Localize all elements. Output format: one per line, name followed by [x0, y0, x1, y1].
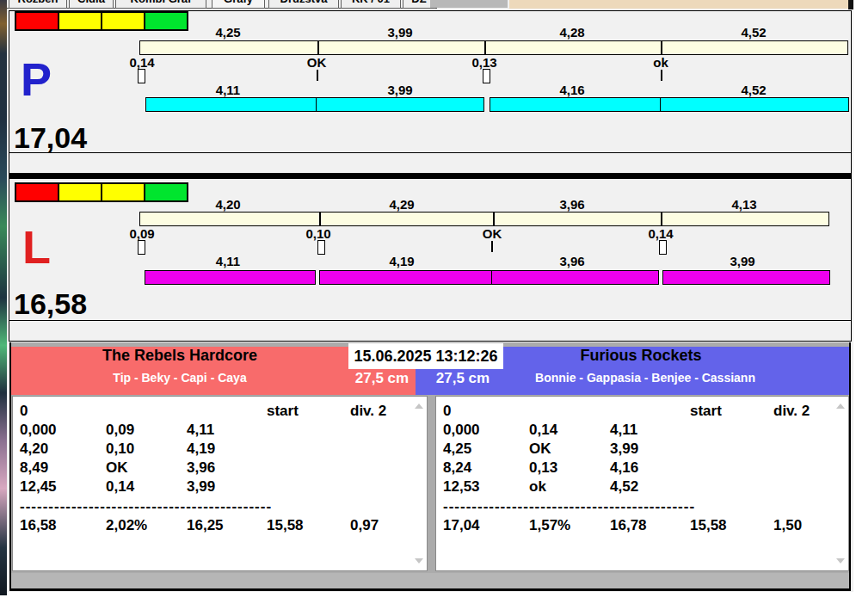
titlebar-strip-end	[848, 0, 853, 9]
tab-kk01[interactable]: KK / 01	[341, 0, 401, 9]
run-bar-segment	[145, 270, 316, 285]
tab-rozbeh[interactable]: Rozbeh	[9, 0, 67, 9]
start-time: 4,20	[20, 440, 48, 458]
split-time: 4,11	[610, 422, 637, 439]
tab-cidla[interactable]: Cidla	[69, 0, 114, 9]
pass-marker-label: OK	[282, 56, 351, 69]
loss-percent: 1,57%	[529, 517, 570, 534]
timestamp: 15.06.2025 13:12:26	[348, 343, 503, 369]
col-header-zero: 0	[443, 403, 451, 420]
totals-separator: ----------------------------------------…	[443, 498, 694, 515]
start-time: 8,24	[443, 459, 471, 477]
lane-panel-p: P 4,25 3,99 4,28 4,52 0,14 OK 0,13 ok 4,…	[9, 10, 852, 174]
run-bar-segment	[491, 270, 659, 285]
window-bottom-border	[11, 588, 849, 591]
interval-bar-p	[139, 40, 848, 55]
scroll-down-icon[interactable]	[836, 558, 845, 564]
pass-value: 0,10	[106, 440, 134, 458]
lane-total-p: 17,04	[14, 123, 87, 152]
start-total: 15,58	[690, 517, 727, 534]
interval-label: 4,29	[359, 198, 445, 211]
run-bar-segment	[145, 97, 317, 112]
scoreboard-section: The Rebels Hardcore Tip - Beky - Capi - …	[9, 342, 851, 591]
split-label: 3,99	[699, 255, 785, 268]
pass-value: 0,09	[106, 422, 134, 439]
traffic-lights-p	[15, 11, 188, 31]
team-name-left: The Rebels Hardcore	[11, 347, 348, 365]
interval-bar-l	[139, 212, 829, 226]
split-label: 4,19	[359, 255, 445, 268]
tab-kombi-graf[interactable]: Kombi Graf	[115, 0, 206, 9]
start-time: 0,000	[20, 422, 57, 439]
pass-value: 0,14	[529, 422, 557, 439]
results-table-right: 0 start div. 2 0,000 0,14 4,11 4,25 OK 3…	[435, 396, 849, 571]
clean-time: 16,78	[610, 517, 647, 534]
interval-label: 4,25	[185, 26, 271, 39]
interval-label: 4,28	[529, 26, 615, 39]
col-header-start: start	[267, 403, 299, 420]
split-label: 4,11	[185, 83, 271, 96]
start-time: 12,53	[443, 478, 480, 496]
split-time: 4,16	[610, 459, 638, 477]
ok-tick-marker-icon	[491, 241, 493, 252]
results-table-left: 0 start div. 2 0,000 0,09 4,11 4,20 0,10…	[12, 396, 428, 571]
interval-label: 4,20	[185, 198, 271, 211]
divider-line	[9, 152, 851, 153]
tab-druzstva[interactable]: Družstva	[268, 0, 339, 9]
split-time: 4,11	[187, 422, 214, 439]
interval-label: 3,99	[357, 26, 443, 39]
traffic-light-yellow2-icon	[101, 11, 145, 31]
status-bar	[11, 573, 849, 588]
run-bar-segment	[662, 270, 830, 285]
jump-height-left: 27,5 cm	[344, 370, 420, 387]
team-dogs-left: Tip - Beky - Capi - Caya	[11, 371, 348, 385]
team-name-right: Furious Rockets	[503, 347, 779, 365]
lane-total-l: 16,58	[14, 289, 87, 318]
fault-box-marker-icon	[138, 69, 145, 83]
scroll-down-icon[interactable]	[415, 558, 423, 564]
divider-line	[9, 320, 851, 321]
scroll-up-icon[interactable]	[836, 403, 845, 409]
pass-value: OK	[106, 459, 128, 477]
pass-marker-label: 0,14	[626, 227, 695, 240]
interval-label: 4,13	[701, 198, 787, 211]
total-time: 16,58	[20, 517, 57, 534]
tab-grafy[interactable]: Grafy	[212, 0, 265, 9]
pass-marker-label: 0,14	[108, 56, 176, 69]
fault-box-marker-icon	[317, 240, 325, 255]
jump-height-right: 27,5 cm	[428, 370, 497, 387]
interval-label: 4,52	[711, 26, 797, 39]
traffic-light-red-icon	[15, 11, 59, 31]
lane-panel-l: L 4,20 4,29 3,96 4,13 0,09 0,10 OK 0,14 …	[9, 178, 852, 342]
ok-tick-marker-icon	[661, 70, 662, 81]
titlebar-strip	[509, 0, 848, 9]
pass-marker-label: 0,09	[108, 227, 176, 240]
clean-time: 16,25	[187, 517, 224, 534]
team-dogs-right: Bonnie - Gappasia - Benjee - Cassiann	[503, 371, 787, 385]
traffic-lights-l	[15, 182, 188, 202]
pass-value: ok	[529, 478, 546, 496]
col-header-div: div. 2	[350, 403, 386, 420]
toolbar-remnant	[430, 0, 508, 8]
start-time: 12,45	[20, 478, 57, 496]
col-header-start: start	[690, 403, 722, 420]
run-bar-segment	[319, 270, 493, 285]
traffic-light-green-icon	[144, 182, 188, 202]
div-total: 0,97	[350, 517, 379, 534]
lane-letter-p: P	[21, 59, 52, 100]
split-label: 4,52	[711, 83, 797, 96]
main-window: Rozbeh Cidla Kombi Graf Grafy Družstva K…	[7, 0, 853, 592]
scroll-up-icon[interactable]	[415, 403, 423, 409]
split-label: 3,99	[357, 83, 443, 96]
ok-tick-marker-icon	[317, 70, 318, 81]
split-time: 3,99	[187, 478, 215, 496]
app-window: Rozbeh Cidla Kombi Graf Grafy Družstva K…	[0, 0, 856, 616]
loss-percent: 2,02%	[106, 517, 147, 534]
lane-letter-l: L	[22, 226, 51, 268]
run-bar-segment	[660, 97, 849, 112]
split-time: 4,19	[187, 440, 215, 458]
pass-marker-label: OK	[458, 227, 527, 240]
pass-value: 0,14	[106, 478, 134, 496]
start-time: 4,25	[443, 440, 471, 458]
traffic-light-yellow2-icon	[101, 182, 145, 202]
